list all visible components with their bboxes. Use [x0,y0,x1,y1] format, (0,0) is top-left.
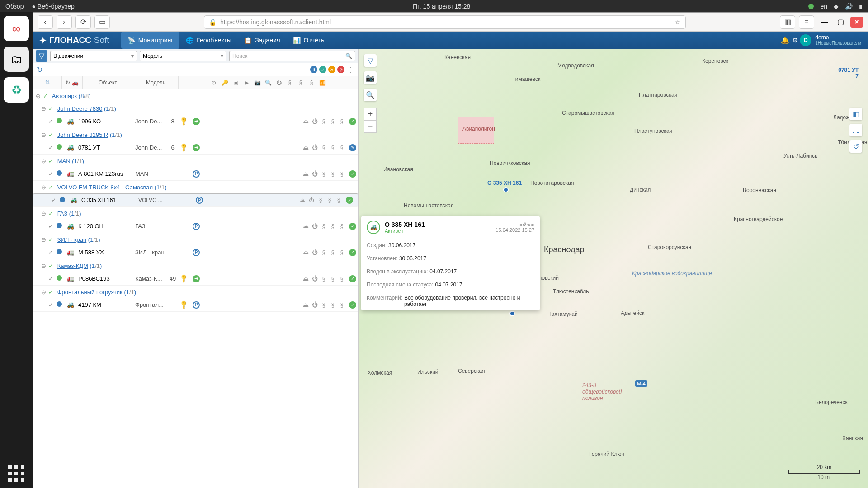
vehicle-row[interactable]: ✓ 🚛 М 588 УХ ЗИЛ - кран P ⛰ ⏻ § § § ✓ [33,246,358,259]
row-status[interactable]: ✎ [347,144,358,151]
head-model[interactable]: Модель [133,76,179,89]
group[interactable]: ⊖✓ VOLVO FM TRUCK 8x4 - Самосвал (1/1) [33,181,358,193]
power-col-icon[interactable]: ⏻ [274,80,283,86]
s-icon[interactable]: § [329,275,336,282]
s-icon[interactable]: § [326,197,333,203]
nav-tasks[interactable]: 📋 Задания [238,32,286,49]
filter-orange-icon[interactable]: ✕ [328,66,335,73]
track-icon[interactable]: ⛰ [302,249,309,256]
check-icon[interactable]: ✓ [48,275,57,282]
car-head-icon[interactable]: 🚗 [72,80,79,86]
dock-app-icon[interactable]: ∞ [4,16,29,41]
s-icon[interactable]: § [329,301,336,308]
library-button[interactable]: ▥ [780,15,795,29]
s-icon[interactable]: § [320,275,327,282]
fullscreen-icon[interactable]: ⛶ [849,124,862,136]
power-icon[interactable]: ⏻ [311,170,318,177]
s-icon[interactable]: § [329,223,336,230]
reset-view-icon[interactable]: ↺ [849,140,862,153]
refresh-head-icon[interactable]: ↻ [66,80,70,86]
group[interactable]: ⊖✓ Фронтальный погрузчик (1/1) [33,286,358,298]
zoom-out-button[interactable]: − [364,120,377,133]
close-button[interactable]: × [850,17,863,28]
s-icon[interactable]: § [335,197,342,203]
cam-col-icon[interactable]: ▣ [231,80,240,86]
reader-button[interactable]: ▭ [94,15,110,29]
s-icon[interactable]: § [338,144,345,151]
nav-reports[interactable]: 📊 Отчёты [287,32,332,49]
address-bar[interactable]: 🔒 https://hosting.glonasssoft.ru/client.… [204,15,686,29]
vehicle-row[interactable]: ✓ 🚜 К 120 ОН ГАЗ P ⛰ ⏻ § § § ✓ [33,220,358,233]
vehicle-row[interactable]: ✓ 🚛 Р086ВС193 Камаз-К... 49 🔑 ➔ ⛰ ⏻ § § … [33,272,358,286]
s1-col-icon[interactable]: § [285,80,294,86]
maximize-button[interactable]: ▢ [834,17,847,28]
group[interactable]: ⊖✓ ГАЗ (1/1) [33,207,358,220]
group-root[interactable]: ⊖✓ Автопарк (8/8) [33,89,358,102]
s-icon[interactable]: § [320,170,327,177]
overview-label[interactable]: Обзор [5,3,24,10]
check-icon[interactable]: ✓ [48,249,57,256]
check-icon[interactable]: ✓ [48,223,57,230]
s-icon[interactable]: § [320,301,327,308]
s-icon[interactable]: § [329,144,336,151]
track-icon[interactable]: ⛰ [302,223,309,230]
map-filter-icon[interactable]: ▽ [364,54,377,67]
search-col-icon[interactable]: 🔍 [264,80,273,86]
s-icon[interactable]: § [338,249,345,256]
battery-icon[interactable]: ▮ [859,3,863,10]
group[interactable]: ⊖✓ John Deere 7830 (1/1) [33,102,358,115]
minimize-button[interactable]: — [818,17,830,28]
group[interactable]: ⊖✓ ЗИЛ - кран (1/1) [33,233,358,246]
map-marker-dot[interactable] [509,311,515,316]
group[interactable]: ⊖✓ Камаз-КДМ (1/1) [33,259,358,272]
menu-button[interactable]: ≡ [799,15,814,29]
power-icon[interactable]: ⏻ [311,223,318,230]
vehicle-row[interactable]: ✓ 🚛 А 801 КМ 123rus MAN P ⛰ ⏻ § § § ✓ [33,167,358,181]
key-col-icon[interactable]: 🔑 [220,80,229,86]
map-camera-icon[interactable]: 📷 [364,71,377,84]
track-icon[interactable]: ⛰ [302,170,309,177]
s-icon[interactable]: § [320,144,327,151]
status-select[interactable]: В движении▾ [50,51,137,61]
s-icon[interactable]: § [338,223,345,230]
user-badge[interactable]: D demo 1НовыеПользователи [800,34,861,46]
track-icon[interactable]: ⛰ [302,275,309,282]
reload-button[interactable]: ⟳ [75,15,91,29]
photo-col-icon[interactable]: 📷 [253,80,262,86]
map-search-icon[interactable]: 🔍 [364,89,377,101]
track-icon[interactable]: ⛰ [302,144,309,151]
forward-button[interactable]: › [57,15,72,29]
layers-icon[interactable]: ◧ [849,108,862,120]
track-icon[interactable]: ⛰ [302,118,309,125]
map-marker-dot[interactable] [503,187,509,192]
row-status[interactable]: ✓ [347,117,358,125]
s3-col-icon[interactable]: § [307,80,316,86]
power-icon[interactable]: ⏻ [311,144,318,151]
dock-recycle-icon[interactable]: ♻ [4,77,29,103]
row-status[interactable]: ✓ [347,170,358,178]
filter-green-icon[interactable]: ✓ [319,66,326,73]
s-icon[interactable]: § [329,249,336,256]
nav-geo[interactable]: 🌐 Геообъекты [179,32,238,49]
track-icon[interactable]: ⛰ [302,301,309,308]
sound-icon[interactable]: 🔊 [845,3,853,10]
check-icon[interactable]: ✓ [48,301,57,308]
map-marker-label[interactable]: О 335 ХН 161 [487,180,522,186]
model-select[interactable]: Модель▾ [140,51,226,61]
s-icon[interactable]: § [320,223,327,230]
check-icon[interactable]: ✓ [48,144,57,151]
vehicle-row[interactable]: ✓ 🚜 0781 УТ John De... 6 🔑 ➔ ⛰ ⏻ § § § ✎ [33,141,358,155]
app-logo[interactable]: ✦ ГЛОНАССSoft [39,35,109,46]
s-icon[interactable]: § [320,118,327,125]
more-icon[interactable]: ⋮ [347,66,354,74]
group[interactable]: ⊖✓ MAN (1/1) [33,155,358,167]
group[interactable]: ⊖✓ John Deere 8295 R (1/1) [33,128,358,141]
top-marker-badge[interactable]: 0781 УТ7 [838,67,859,80]
play-col-icon[interactable]: ▶ [242,80,251,86]
row-status[interactable]: ✓ [347,301,358,309]
s-icon[interactable]: § [329,170,336,177]
s-icon[interactable]: § [338,301,345,308]
dock-files-icon[interactable]: 🗂 [4,47,29,72]
vehicle-row[interactable]: ✓ 🚜 О 335 ХН 161 VOLVO ... P ⛰ ⏻ § § § ✓ [33,193,358,207]
power-icon[interactable]: ⏻ [311,249,318,256]
